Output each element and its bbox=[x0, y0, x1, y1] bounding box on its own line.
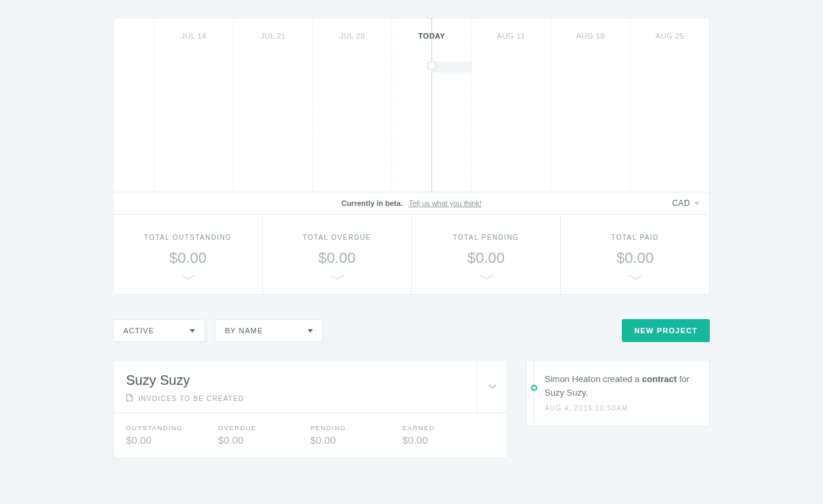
total-cell[interactable]: TOTAL PENDING$0.00 bbox=[412, 215, 561, 294]
status-filter-value: ACTIVE bbox=[123, 327, 154, 335]
timeline-future-bar bbox=[431, 62, 471, 72]
project-stat: PENDING$0.00 bbox=[310, 424, 402, 446]
currency-select[interactable]: CAD bbox=[672, 192, 700, 214]
beta-text: Currently in beta. bbox=[341, 199, 402, 207]
timeline-label: AUG 18 bbox=[576, 32, 605, 40]
timeline: JUL 14JUL 21JUL 28TODAYAUG 11AUG 18AUG 2… bbox=[114, 18, 709, 192]
project-subtitle: INVOICES TO BE CREATED bbox=[138, 395, 244, 402]
chevron-down-icon bbox=[190, 329, 195, 333]
chevron-down-icon bbox=[180, 274, 196, 280]
status-filter[interactable]: ACTIVE bbox=[113, 319, 205, 342]
timeline-column: AUG 11 bbox=[472, 18, 551, 192]
currency-value: CAD bbox=[672, 198, 690, 208]
project-stat: EARNED$0.00 bbox=[402, 424, 494, 446]
sort-filter[interactable]: BY NAME bbox=[215, 319, 323, 342]
activity-dot-icon bbox=[531, 385, 537, 391]
project-title: Suzy Suzy bbox=[126, 373, 465, 388]
total-value: $0.00 bbox=[561, 249, 709, 267]
total-value: $0.00 bbox=[263, 249, 411, 267]
timeline-today-line bbox=[431, 18, 432, 192]
project-card: Suzy Suzy INVOICES TO BE CREATED bbox=[113, 360, 507, 459]
timeline-column: JUL 21 bbox=[234, 18, 313, 192]
project-stat: OVERDUE$0.00 bbox=[218, 424, 310, 446]
project-stat-label: EARNED bbox=[402, 424, 494, 432]
total-cell[interactable]: TOTAL PAID$0.00 bbox=[561, 215, 709, 294]
totals-row: TOTAL OUTSTANDING$0.00TOTAL OVERDUE$0.00… bbox=[114, 215, 709, 294]
beta-feedback-link[interactable]: Tell us what you think! bbox=[408, 199, 482, 207]
activity-target: Suzy Suzy. bbox=[545, 387, 588, 398]
total-value: $0.00 bbox=[114, 249, 262, 267]
project-stat-label: OVERDUE bbox=[218, 424, 310, 432]
timeline-column: JUL 28 bbox=[313, 18, 392, 192]
chevron-down-icon bbox=[694, 202, 700, 205]
project-expand-toggle[interactable] bbox=[477, 360, 507, 413]
project-stat-label: PENDING bbox=[310, 424, 402, 432]
project-stat: OUTSTANDING$0.00 bbox=[126, 424, 218, 446]
sort-filter-value: BY NAME bbox=[225, 327, 263, 335]
chevron-down-icon bbox=[627, 274, 643, 280]
filter-row: ACTIVE BY NAME NEW PROJECT bbox=[113, 319, 710, 342]
timeline-label: AUG 11 bbox=[497, 32, 526, 40]
timeline-label: JUL 28 bbox=[340, 32, 365, 40]
project-stat-value: $0.00 bbox=[126, 434, 218, 446]
timeline-spacer bbox=[114, 18, 154, 192]
total-value: $0.00 bbox=[412, 249, 560, 267]
activity-timestamp: AUG 4, 2016 10:50AM bbox=[545, 403, 697, 413]
total-label: TOTAL OUTSTANDING bbox=[114, 234, 262, 241]
beta-strip: Currently in beta. Tell us what you thin… bbox=[114, 192, 709, 215]
activity-card: Simon Heaton created a contract for Suzy… bbox=[526, 360, 710, 426]
timeline-column: AUG 18 bbox=[551, 18, 631, 192]
total-cell[interactable]: TOTAL OUTSTANDING$0.00 bbox=[114, 215, 263, 294]
activity-rail bbox=[534, 360, 534, 425]
total-label: TOTAL OVERDUE bbox=[263, 234, 411, 241]
total-label: TOTAL PENDING bbox=[412, 234, 560, 241]
chevron-down-icon bbox=[478, 274, 494, 280]
chevron-down-icon bbox=[308, 329, 313, 333]
chevron-down-icon bbox=[329, 274, 345, 280]
activity-actor: Simon Heaton bbox=[545, 374, 600, 384]
timeline-column: JUL 14 bbox=[154, 18, 234, 192]
project-stat-value: $0.00 bbox=[402, 434, 494, 446]
dashboard-panel: JUL 14JUL 21JUL 28TODAYAUG 11AUG 18AUG 2… bbox=[113, 18, 710, 295]
project-stat-label: OUTSTANDING bbox=[126, 424, 218, 432]
project-stat-value: $0.00 bbox=[218, 434, 310, 446]
timeline-column: AUG 25 bbox=[631, 18, 709, 192]
total-label: TOTAL PAID bbox=[561, 234, 709, 241]
activity-object: contract bbox=[642, 374, 677, 384]
new-project-button[interactable]: NEW PROJECT bbox=[622, 319, 710, 342]
project-stats: OUTSTANDING$0.00OVERDUE$0.00PENDING$0.00… bbox=[114, 413, 507, 458]
activity-text: Simon Heaton created a contract for Suzy… bbox=[545, 373, 697, 399]
total-cell[interactable]: TOTAL OVERDUE$0.00 bbox=[263, 215, 412, 294]
project-stat-value: $0.00 bbox=[310, 434, 402, 446]
document-icon bbox=[126, 394, 133, 403]
timeline-label: JUL 21 bbox=[260, 32, 285, 40]
timeline-column: TODAY bbox=[392, 18, 471, 192]
timeline-label: JUL 14 bbox=[181, 32, 206, 40]
timeline-label: AUG 25 bbox=[656, 32, 684, 40]
